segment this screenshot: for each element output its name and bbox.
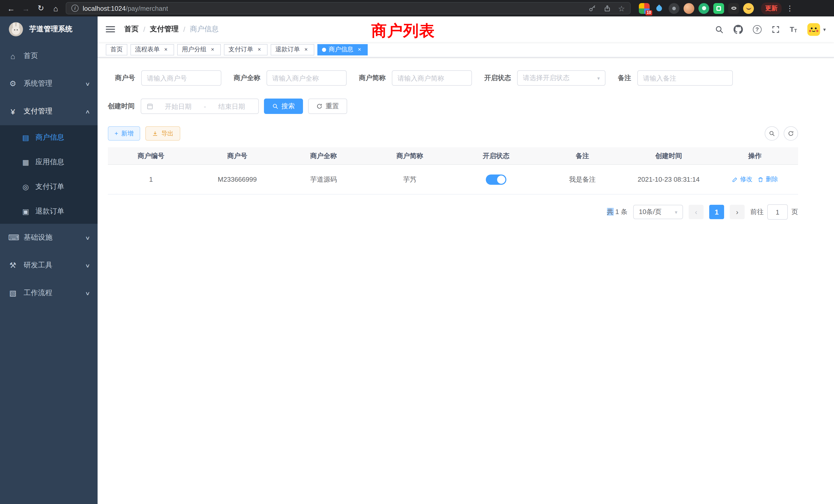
password-key-icon[interactable] (588, 4, 596, 12)
sidebar-item-infrastructure[interactable]: ⌨ 基础设施 ∨ (0, 224, 97, 251)
tab-process-form[interactable]: 流程表单 × (130, 44, 174, 55)
sidebar-item-dev-tools[interactable]: ⚒ 研发工具 ∨ (0, 251, 97, 279)
close-icon[interactable]: × (256, 46, 263, 53)
plus-icon: + (114, 130, 118, 137)
sidebar-item-merchant-info[interactable]: ▤ 商户信息 (0, 125, 97, 150)
refresh-table-button[interactable] (784, 126, 798, 141)
search-icon (272, 103, 278, 109)
site-info-icon[interactable]: i (71, 5, 79, 12)
pagination-total: 共 1 条 (607, 207, 628, 216)
extension-icon-7[interactable] (728, 3, 739, 14)
extension-icon-2[interactable] (654, 3, 664, 14)
page-number-button[interactable]: 1 (709, 205, 724, 219)
tools-icon: ⚒ (8, 261, 18, 270)
filter-label: 商户简称 (359, 73, 386, 83)
goto-label: 前往 (750, 207, 764, 216)
tab-home[interactable]: 首页 (106, 44, 127, 55)
hamburger-icon[interactable] (106, 26, 115, 32)
table-toolbar: + 新增 导出 (108, 126, 798, 141)
toggle-search-button[interactable] (765, 126, 779, 141)
start-date-input[interactable] (157, 102, 200, 110)
tab-label: 流程表单 (135, 45, 160, 54)
prev-page-button[interactable]: ‹ (689, 205, 704, 219)
export-button[interactable]: 导出 (145, 126, 180, 141)
short-name-input[interactable] (397, 74, 466, 82)
sidebar-item-label: 研发工具 (24, 261, 52, 270)
delete-button[interactable]: 删除 (758, 175, 778, 184)
tab-label: 商户信息 (329, 45, 353, 54)
browser-reload-icon[interactable]: ↻ (34, 1, 48, 15)
sidebar-item-refund-order[interactable]: ▣ 退款订单 (0, 199, 97, 224)
filter-create-time: 创建时间 - (108, 98, 259, 114)
share-icon[interactable] (603, 4, 611, 12)
sidebar-item-label: 支付订单 (36, 182, 64, 191)
fullscreen-icon[interactable] (771, 25, 780, 33)
font-size-icon[interactable]: TT (790, 25, 797, 33)
browser-toolbar: ← → ↻ ⌂ i localhost:1024/pay/merchant ☆ … (0, 0, 834, 17)
browser-menu-icon[interactable]: ⋮ (783, 4, 797, 12)
status-toggle[interactable] (486, 174, 506, 184)
url-path: /pay/merchant (126, 4, 168, 12)
browser-update-button[interactable]: 更新 (761, 2, 782, 14)
close-icon[interactable]: × (303, 46, 310, 53)
address-bar[interactable]: i localhost:1024/pay/merchant ☆ (66, 2, 631, 14)
order-icon: ◎ (22, 183, 30, 191)
github-icon[interactable] (733, 24, 743, 34)
reset-button[interactable]: 重置 (308, 98, 347, 114)
full-name-input[interactable] (272, 74, 341, 82)
sidebar-item-label: 基础设施 (24, 233, 52, 242)
remark-input[interactable] (643, 74, 727, 82)
breadcrumb-home[interactable]: 首页 (124, 25, 139, 34)
date-range-picker[interactable]: - (141, 98, 259, 114)
sidebar-item-app-info[interactable]: ▦ 应用信息 (0, 150, 97, 175)
calendar-icon (146, 102, 154, 110)
close-icon[interactable]: × (209, 46, 216, 53)
tab-merchant-info[interactable]: 商户信息 × (317, 44, 368, 55)
extension-icon-3[interactable] (668, 3, 679, 14)
tab-user-group[interactable]: 用户分组 × (177, 44, 221, 55)
status-select[interactable]: 请选择开启状态 ▾ (517, 70, 606, 86)
bookmark-star-icon[interactable]: ☆ (618, 4, 625, 12)
omnibox-actions: ☆ (588, 4, 625, 12)
sidebar-item-workflow[interactable]: ▧ 工作流程 ∨ (0, 279, 97, 307)
search-button[interactable]: 搜索 (264, 98, 303, 114)
extension-icon-8[interactable] (743, 3, 754, 14)
sidebar-item-system[interactable]: ⚙ 系统管理 ∨ (0, 70, 97, 97)
add-button[interactable]: + 新增 (108, 126, 140, 141)
tab-refund-order[interactable]: 退款订单 × (271, 44, 314, 55)
close-icon[interactable]: × (162, 46, 170, 53)
filter-merchant-no: 商户号 (115, 70, 221, 86)
goto-page-input[interactable] (770, 208, 785, 216)
end-date-input[interactable] (210, 102, 253, 110)
page-annotation: 商户列表 (371, 21, 435, 42)
browser-home-icon[interactable]: ⌂ (49, 1, 63, 15)
extension-icon-5[interactable] (698, 3, 709, 14)
refresh-icon (316, 103, 323, 109)
edit-button[interactable]: 修改 (732, 175, 752, 184)
search-icon[interactable] (715, 25, 724, 33)
help-icon[interactable]: ? (753, 25, 762, 33)
cell-short-name: 芋艿 (367, 175, 453, 184)
user-avatar[interactable]: ▾ (807, 22, 826, 36)
column-header: 开启状态 (453, 151, 539, 160)
extension-icon-1[interactable]: 10 (639, 3, 650, 14)
gear-icon: ⚙ (8, 79, 18, 88)
tab-pay-order[interactable]: 支付订单 × (224, 44, 267, 55)
breadcrumb-payment[interactable]: 支付管理 (150, 25, 179, 34)
refresh-icon (788, 130, 794, 137)
extension-icon-6[interactable] (713, 3, 724, 14)
close-icon[interactable]: × (356, 46, 363, 53)
sidebar-item-payment[interactable]: ¥ 支付管理 ∧ (0, 97, 97, 125)
sidebar: 芋道管理系统 ⌂ 首页 ⚙ 系统管理 ∨ ¥ 支付管理 ∧ ▤ 商户信息 ▦ 应… (0, 17, 97, 504)
browser-forward-icon[interactable]: → (19, 1, 33, 15)
navbar-actions: ? TT ▾ (715, 22, 826, 36)
sidebar-item-pay-order[interactable]: ◎ 支付订单 (0, 175, 97, 199)
next-page-button[interactable]: › (730, 205, 745, 219)
extension-icon-4[interactable] (683, 3, 694, 14)
page-size-select[interactable]: 10条/页 ▾ (633, 205, 683, 219)
browser-back-icon[interactable]: ← (4, 1, 18, 15)
merchant-no-input[interactable] (147, 74, 216, 82)
column-header: 创建时间 (626, 151, 712, 160)
sidebar-item-home[interactable]: ⌂ 首页 (0, 42, 97, 70)
app-logo[interactable]: 芋道管理系统 (0, 17, 97, 42)
